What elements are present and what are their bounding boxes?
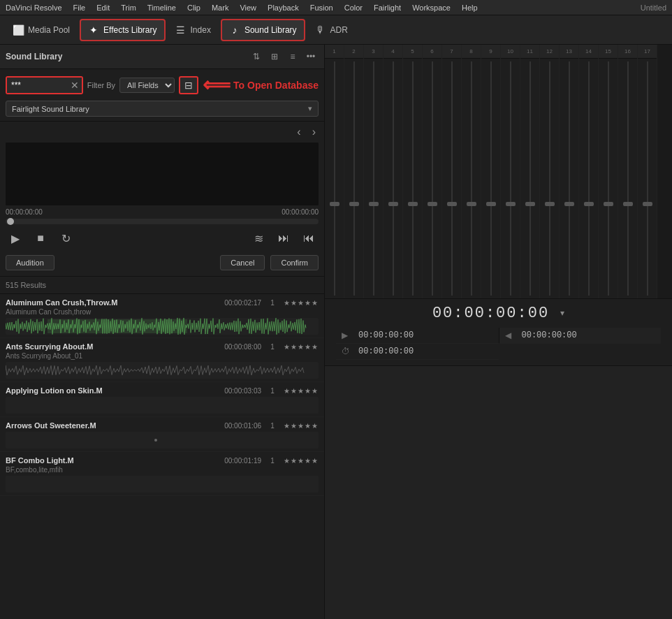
sound-list-item[interactable]: BF Combo Light.M00:00:01:191★★★★★BF,comb… [0,452,324,496]
loop-button[interactable]: ↻ [56,228,75,248]
menu-playback[interactable]: Playback [268,3,299,12]
sound-list-item[interactable]: Applying Lotion on Skin.M00:00:03:031★★★… [0,382,324,417]
sound-stars[interactable]: ★★★★★ [284,422,319,430]
channel-fader-track[interactable] [481,59,500,298]
channel-fader-track[interactable] [423,59,441,298]
media-pool-button[interactable]: ⬜ Media Pool [6,19,77,41]
mixer-channel: 9 [481,45,501,298]
channel-fader-track[interactable] [579,59,598,298]
channel-fader-track[interactable] [344,59,363,298]
time-end: 00:00:00:00 [282,208,319,216]
channel-number: 2 [344,45,363,59]
mixer-channel: 14 [579,45,599,298]
playback-bar[interactable] [6,219,319,224]
sound-stars[interactable]: ★★★★★ [284,457,319,465]
channel-fader-track[interactable] [325,59,344,298]
filter-select[interactable]: All Fields [119,78,175,93]
timecode-value: 00:00:00:00 [522,330,577,340]
media-pool-icon: ⬜ [13,24,24,36]
mixer-channel: 10 [501,45,520,298]
channel-fader-track[interactable] [618,59,637,298]
sound-library-title: Sound Library [6,52,244,61]
channel-fader-track[interactable] [442,59,461,298]
cancel-button[interactable]: Cancel [220,255,265,270]
sound-library-panel: Sound Library ⇅ ⊞ ≡ ••• ✕ Filter By All … [0,45,325,619]
channel-fader-track[interactable] [384,59,402,298]
menu-davinci[interactable]: DaVinci Resolve [6,3,62,12]
channel-number: 16 [618,45,637,59]
waveform-mini-svg [6,476,319,493]
menu-view[interactable]: View [240,3,256,12]
next-arrow-icon[interactable]: › [309,124,319,140]
prev-arrow-icon[interactable]: ‹ [294,124,303,140]
menu-help[interactable]: Help [462,3,478,12]
right-panel: 1234567891011121314151617 00:00:00:00 ▾ … [325,45,672,619]
menu-edit[interactable]: Edit [96,3,110,12]
open-database-annotation: To Open Database [233,80,319,91]
sound-channels: 1 [267,343,278,351]
channel-fader-track[interactable] [520,59,539,298]
channel-fader-track[interactable] [560,59,578,298]
mixer-channel: 3 [364,45,384,298]
channel-number: 14 [579,45,598,59]
menu-fusion[interactable]: Fusion [310,3,333,12]
stop-button[interactable]: ■ [31,228,50,248]
svg-rect-1 [48,319,187,333]
channel-fader-track[interactable] [462,59,481,298]
main-timecode: 00:00:00:00 [432,305,549,322]
timecode-dropdown-icon[interactable]: ▾ [560,308,564,318]
waveform-zoom-icon[interactable]: ≋ [249,228,268,248]
sound-stars[interactable]: ★★★★★ [284,299,319,307]
channel-fader-track[interactable] [540,59,559,298]
skip-back-icon[interactable]: ⏮ [299,228,319,248]
menu-workspace[interactable]: Workspace [412,3,451,12]
menu-color[interactable]: Color [344,3,363,12]
sort-icon[interactable]: ⇅ [249,49,264,64]
effects-library-icon: ✦ [88,24,99,36]
arrow-icon: ⟸ [203,73,231,96]
database-icon: ⊟ [184,80,193,91]
mixer-channel: 17 [638,45,657,298]
list-view-icon[interactable]: ≡ [285,49,300,64]
sound-name: BF Combo Light.M [6,456,207,465]
open-database-button[interactable]: ⊟ [179,76,198,94]
confirm-button[interactable]: Confirm [270,255,319,270]
sound-library-button[interactable]: ♪ Sound Library [221,19,305,41]
timecode-icon: ▶ [342,330,353,340]
sound-name: Ants Scurrying About.M [6,342,207,351]
sound-list[interactable]: Aluminum Can Crush,Throw.M00:00:02:171★★… [0,294,324,619]
sound-stars[interactable]: ★★★★★ [284,343,319,351]
audition-row: Audition Cancel Confirm [0,252,324,277]
effects-library-button[interactable]: ✦ Effects Library [80,19,165,41]
search-clear-button[interactable]: ✕ [71,80,79,91]
sound-list-item[interactable]: Arrows Out Sweetener.M00:00:01:061★★★★★ [0,417,324,452]
adr-button[interactable]: 🎙 ADR [308,19,355,41]
waveform-svg [6,143,319,205]
sound-duration: 00:00:02:17 [212,299,261,307]
library-dropdown[interactable]: Fairlight Sound Library ▾ [6,101,319,117]
channel-fader-track[interactable] [599,59,618,298]
sound-list-item[interactable]: Aluminum Can Crush,Throw.M00:00:02:171★★… [0,294,324,338]
play-button[interactable]: ▶ [6,228,25,248]
menu-mark[interactable]: Mark [212,3,228,12]
menu-trim[interactable]: Trim [121,3,136,12]
audition-button[interactable]: Audition [6,255,54,270]
menu-fairlight[interactable]: Fairlight [374,3,401,12]
channel-fader-track[interactable] [364,59,383,298]
menu-timeline[interactable]: Timeline [147,3,176,12]
sound-name: Applying Lotion on Skin.M [6,386,207,395]
skip-forward-icon[interactable]: ⏭ [274,228,293,248]
channel-fader-track[interactable] [638,59,657,298]
menu-file[interactable]: File [73,3,86,12]
channel-fader-track[interactable] [403,59,422,298]
library-name: Fairlight Sound Library [12,105,89,113]
channel-number: 15 [599,45,618,59]
menu-clip[interactable]: Clip [187,3,200,12]
index-button[interactable]: ☰ Index [168,19,218,41]
annotation-container: ⟸ To Open Database [203,73,319,96]
sound-stars[interactable]: ★★★★★ [284,387,319,395]
sound-list-item[interactable]: Ants Scurrying About.M00:00:08:001★★★★★A… [0,338,324,382]
channel-fader-track[interactable] [501,59,520,298]
grid-view-icon[interactable]: ⊞ [267,49,282,64]
more-options-icon[interactable]: ••• [303,49,319,64]
